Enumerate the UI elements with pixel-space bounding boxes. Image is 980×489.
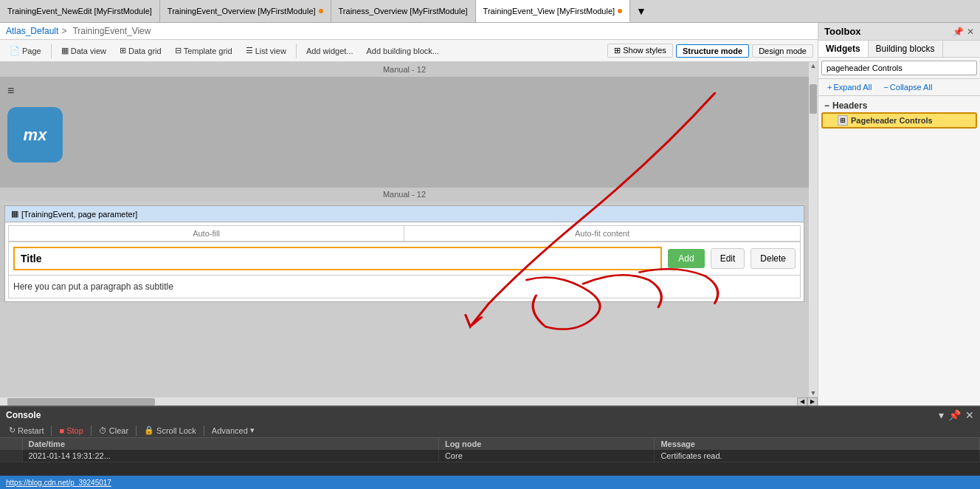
data-grid-label: Data grid <box>128 47 162 55</box>
pageheader-controls-icon: ⊞ <box>838 115 848 126</box>
add-button[interactable]: Add <box>668 249 704 268</box>
tab-3-label: Trainess_Overview [MyFirstModule] <box>339 7 468 16</box>
scroll-lock-button[interactable]: 🔒 Scroll Lock <box>141 425 199 436</box>
advanced-button[interactable]: Advanced ▾ <box>209 425 258 436</box>
console-row-num <box>0 450 22 462</box>
console-title: Console <box>6 410 41 420</box>
data-view-header: ▦ [TrainingEvent, page parameter] <box>5 206 804 222</box>
tree-section-headers: − Headers ⊞ Pageheader Controls <box>821 99 977 129</box>
console-separator-3 <box>136 425 137 436</box>
breadcrumb-separator: > <box>61 26 66 36</box>
hscroll-right-arrow[interactable]: ▶ <box>807 397 818 406</box>
delete-button[interactable]: Delete <box>750 248 796 269</box>
console-col-message: Message <box>655 438 980 450</box>
status-bar: https://blog.cdn.net/p_39245017 <box>0 476 980 489</box>
toolbox-pin-button[interactable]: 📌 <box>953 27 964 37</box>
toolbar-separator-2 <box>296 44 297 58</box>
page-icon: 📄 <box>10 46 20 55</box>
toolbox-header: Toolbox 📌 ✕ <box>818 23 980 41</box>
collapse-all-icon: − <box>883 83 888 92</box>
mx-logo: mx <box>7 107 63 163</box>
expand-all-button[interactable]: + Expand All <box>823 81 876 93</box>
vscroll-down[interactable]: ▼ <box>810 389 817 397</box>
tab-bar: TrainingEvent_NewEdit [MyFirstModule] Tr… <box>0 0 980 23</box>
tab-1-label: TrainingEvent_NewEdit [MyFirstModule] <box>7 7 152 16</box>
design-mode-button[interactable]: Design mode <box>752 44 813 58</box>
toolbox-search-input[interactable] <box>821 61 977 75</box>
vscroll-thumb[interactable] <box>810 84 817 114</box>
advanced-dropdown-icon: ▾ <box>250 425 255 435</box>
data-view-container: ▦ [TrainingEvent, page parameter] Auto-f… <box>4 205 804 302</box>
page-button[interactable]: 📄 Page <box>4 44 46 58</box>
tab-2-label: TrainingEvent_Overview [MyFirstModule] <box>168 7 316 16</box>
tree-section-headers-header[interactable]: − Headers <box>821 99 977 112</box>
tree-section-headers-label: Headers <box>832 100 867 111</box>
hscroll-thumb[interactable] <box>7 398 155 406</box>
tab-more-button[interactable]: ▼ <box>630 2 652 20</box>
tab-4[interactable]: TrainingEvent_View [MyFirstModule] <box>476 0 631 22</box>
show-styles-button[interactable]: ⊞ Show styles <box>607 44 673 58</box>
data-view-icon: ▦ <box>61 46 69 55</box>
data-view-button[interactable]: ▦ Data view <box>56 44 111 58</box>
page-label: Page <box>22 47 41 55</box>
edit-button[interactable]: Edit <box>711 248 745 269</box>
data-view-body: Auto-fill Auto-fit content Add <box>5 222 804 301</box>
console-row-message: Certificates read. <box>655 450 980 462</box>
add-widget-label: Add widget... <box>306 47 353 55</box>
editor-area: Atlas_Default > TrainingEvent_View 📄 Pag… <box>0 23 818 406</box>
stop-label: Stop <box>66 426 83 435</box>
structure-mode-label: Structure mode <box>683 47 742 55</box>
hscroll-arrows: ◀ ▶ <box>797 397 818 406</box>
stop-button[interactable]: ■ Stop <box>56 425 86 436</box>
console-row-datetime: 2021-01-14 19:31:22... <box>22 450 438 462</box>
add-building-block-button[interactable]: Add building block... <box>361 44 444 58</box>
add-widget-button[interactable]: Add widget... <box>301 44 359 58</box>
console-close-button[interactable]: ✕ <box>965 409 974 421</box>
pageheader-controls-label: Pageheader Controls <box>851 116 933 125</box>
clear-button[interactable]: ⏱ Clear <box>96 425 131 436</box>
show-styles-icon: ⊞ <box>614 46 621 55</box>
tab-2[interactable]: TrainingEvent_Overview [MyFirstModule] <box>160 0 331 22</box>
data-grid-button[interactable]: ⊞ Data grid <box>114 44 167 58</box>
toolbox-close-button[interactable]: ✕ <box>967 27 974 37</box>
expand-all-label: Expand All <box>833 83 872 92</box>
autofill-cell-right: Auto-fit content <box>404 226 800 241</box>
tab-building-blocks[interactable]: Building blocks <box>869 41 943 57</box>
toolbox-actions: + Expand All − Collapse All <box>818 79 980 96</box>
tab-2-dot <box>319 9 323 13</box>
hscroll-left-arrow[interactable]: ◀ <box>797 397 807 406</box>
template-grid-label: Template grid <box>184 47 232 55</box>
tab-1[interactable]: TrainingEvent_NewEdit [MyFirstModule] <box>0 0 160 22</box>
template-grid-button[interactable]: ⊟ Template grid <box>170 44 238 58</box>
list-view-icon: ☰ <box>246 46 253 55</box>
expand-all-icon: + <box>827 83 832 92</box>
tree-section-collapse-icon: − <box>824 100 829 111</box>
list-view-button[interactable]: ☰ List view <box>241 44 291 58</box>
vscroll-up[interactable]: ▲ <box>810 62 817 69</box>
status-url[interactable]: https://blog.cdn.net/p_39245017 <box>6 479 111 487</box>
hamburger-icon[interactable]: ≡ <box>7 84 801 98</box>
console-pin-button[interactable]: 📌 <box>948 409 961 421</box>
structure-mode-button[interactable]: Structure mode <box>676 44 749 58</box>
data-grid-icon: ⊞ <box>120 46 126 55</box>
toolbox-search <box>818 58 980 79</box>
restart-icon: ↻ <box>9 425 15 435</box>
tree-item-pageheader-controls[interactable]: ⊞ Pageheader Controls <box>821 112 977 129</box>
canvas-vscroll[interactable]: ▲ ▼ <box>809 62 818 397</box>
tab-3[interactable]: Trainess_Overview [MyFirstModule] <box>331 0 476 22</box>
canvas-label-mid: Manual - 12 <box>0 188 809 201</box>
restart-button[interactable]: ↻ Restart <box>6 425 46 436</box>
tab-widgets[interactable]: Widgets <box>818 41 869 57</box>
add-building-block-label: Add building block... <box>366 47 438 55</box>
canvas-area: Manual - 12 ≡ mx Manual - 12 <box>0 62 809 397</box>
toolbar: 📄 Page ▦ Data view ⊞ Data grid ⊟ Templat… <box>0 40 818 62</box>
breadcrumb: Atlas_Default > TrainingEvent_View <box>0 23 818 40</box>
console-minimize-button[interactable]: ▾ <box>939 409 944 421</box>
breadcrumb-root[interactable]: Atlas_Default <box>6 26 58 36</box>
data-view-header-label: [TrainingEvent, page parameter] <box>21 210 137 219</box>
console-header-actions: ▾ 📌 ✕ <box>939 409 974 421</box>
collapse-all-button[interactable]: − Collapse All <box>879 81 936 93</box>
title-input[interactable] <box>13 247 662 270</box>
console-row-lognode: Core <box>438 450 655 462</box>
tab-4-label: TrainingEvent_View [MyFirstModule] <box>483 7 615 16</box>
